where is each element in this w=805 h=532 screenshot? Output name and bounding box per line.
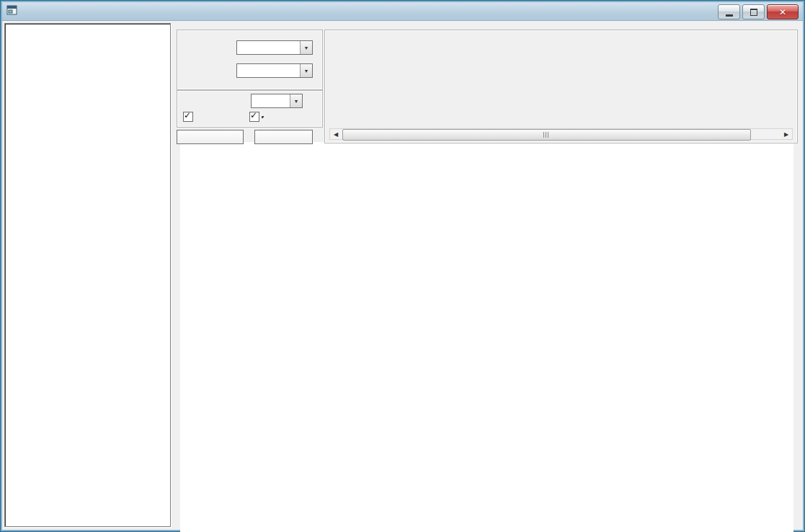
minimize-icon	[726, 14, 733, 17]
checkbox-icon: ✓	[183, 112, 193, 122]
app-icon	[6, 5, 18, 17]
query-button[interactable]	[177, 130, 244, 144]
close-dialog-button[interactable]	[254, 130, 313, 144]
end-date-picker[interactable]: ▼	[236, 63, 313, 78]
curve-time-group: ▼ ▼	[177, 30, 323, 90]
window-frame: ✕ ▼ ▼ ▼	[1, 1, 804, 531]
titlebar[interactable]: ✕	[2, 2, 803, 21]
close-icon: ✕	[779, 7, 786, 17]
sample-period-dropdown-button[interactable]: ▼	[290, 94, 302, 107]
sample-period-select[interactable]: ▼	[251, 94, 303, 108]
curve-properties-group: ◀ ▶	[324, 30, 798, 143]
start-date-dropdown-button[interactable]: ▼	[300, 41, 312, 54]
chevron-down-icon: ▼	[304, 45, 309, 50]
app-window: ✕ ▼ ▼ ▼	[0, 0, 805, 532]
history-trend-chart[interactable]	[182, 198, 796, 532]
scrollbar-grip-icon	[543, 132, 550, 138]
end-date-dropdown-button[interactable]: ▼	[300, 64, 312, 77]
chevron-down-icon: ▼	[304, 68, 309, 74]
minimize-button[interactable]	[718, 4, 740, 19]
scroll-right-arrow-icon[interactable]: ▶	[780, 129, 792, 139]
table-hscrollbar[interactable]: ◀ ▶	[329, 128, 793, 140]
scrollbar-thumb[interactable]	[342, 129, 751, 141]
maximize-button[interactable]	[742, 4, 765, 19]
start-date-picker[interactable]: ▼	[236, 40, 313, 55]
chart-surface	[180, 142, 793, 532]
close-button[interactable]: ✕	[767, 4, 799, 19]
display-mode-group: ▼ ✓ ✓	[177, 90, 323, 128]
scroll-left-arrow-icon[interactable]: ◀	[330, 129, 342, 139]
chevron-down-icon: ▼	[294, 99, 299, 104]
client-area: ▼ ▼ ▼ ✓ ✓	[2, 21, 803, 530]
maximize-icon	[750, 9, 757, 16]
checkbox-icon: ✓	[249, 112, 259, 122]
mouse-capture-checkbox[interactable]: ✓	[183, 112, 196, 122]
show-extremes-checkbox[interactable]: ✓	[249, 112, 262, 122]
curve-tree	[4, 23, 171, 527]
